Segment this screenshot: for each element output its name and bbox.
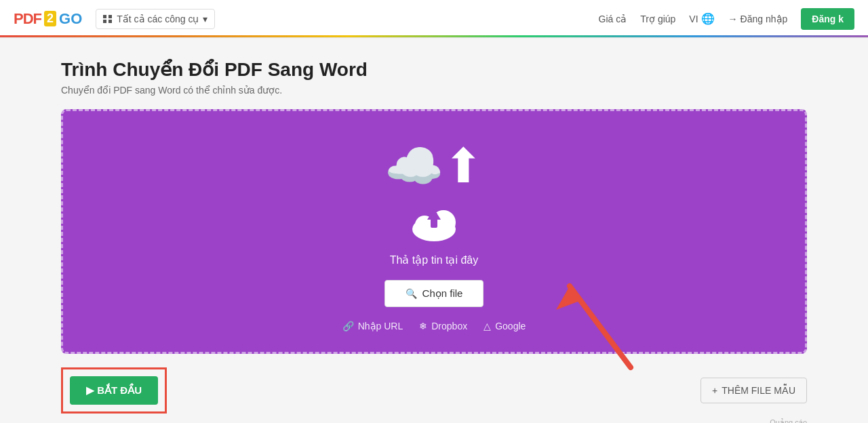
- grid-icon: [103, 15, 113, 23]
- action-bar: ▶ BẮT ĐẦU + THÊM FILE MẪU Quảng cáo: [61, 367, 807, 414]
- url-option[interactable]: 🔗 Nhập URL: [342, 321, 403, 331]
- google-label: Google: [495, 321, 526, 331]
- language-selector[interactable]: VI 🌐: [689, 12, 714, 25]
- header-right: Giá cả Trợ giúp VI 🌐 → Đăng nhập Đăng k: [599, 8, 854, 30]
- google-drive-icon: △: [484, 321, 491, 331]
- register-button[interactable]: Đăng k: [801, 8, 854, 30]
- upload-cloud-icon: ☁️⬆: [77, 138, 791, 194]
- header-left: PDF 2 GO Tất cả các công cụ ▾: [14, 9, 215, 29]
- cloud-upload-svg: [407, 201, 461, 245]
- logo-2: 2: [44, 11, 56, 26]
- logo-go: GO: [59, 10, 82, 28]
- page-title: Trình Chuyển Đổi PDF Sang Word: [61, 58, 807, 81]
- link-icon: 🔗: [342, 321, 354, 331]
- upload-options: 🔗 Nhập URL ❄ Dropbox △ Google: [77, 321, 791, 331]
- choose-file-button[interactable]: 🔍 Chọn file: [384, 280, 484, 307]
- upload-area[interactable]: ☁️⬆ Thả tập tin tại đây 🔍 Chọn file 🔗 Nh…: [61, 109, 807, 354]
- upload-drop-text: Thả tập tin tại đây: [77, 254, 791, 266]
- google-drive-option[interactable]: △ Google: [484, 321, 526, 331]
- header: PDF 2 GO Tất cả các công cụ ▾ Giá cả Trợ…: [0, 0, 868, 38]
- tools-menu[interactable]: Tất cả các công cụ ▾: [96, 9, 215, 29]
- logo-pdf: PDF: [14, 10, 41, 28]
- login-label: Đăng nhập: [741, 14, 788, 24]
- start-button[interactable]: ▶ BẮT ĐẦU: [70, 376, 158, 405]
- start-button-container: ▶ BẮT ĐẦU: [61, 367, 167, 414]
- page-subtitle: Chuyển đổi PDF sang Word có thể chỉnh sử…: [61, 85, 807, 96]
- dropbox-option[interactable]: ❄ Dropbox: [419, 321, 467, 331]
- plus-icon: +: [712, 385, 717, 396]
- add-sample-button[interactable]: + THÊM FILE MẪU: [701, 378, 807, 403]
- chevron-down-icon: ▾: [203, 14, 208, 24]
- url-label: Nhập URL: [358, 321, 403, 331]
- help-link[interactable]: Trợ giúp: [640, 14, 675, 24]
- ads-label: Quảng cáo: [770, 418, 807, 423]
- header-rainbow: [0, 35, 868, 37]
- globe-icon: 🌐: [701, 12, 715, 25]
- choose-file-label: Chọn file: [422, 287, 463, 300]
- dropbox-label: Dropbox: [431, 321, 467, 331]
- login-button[interactable]: → Đăng nhập: [728, 14, 788, 24]
- dropbox-icon: ❄: [419, 321, 427, 331]
- price-link[interactable]: Giá cả: [599, 14, 627, 24]
- search-icon: 🔍: [406, 288, 417, 299]
- lang-label: VI: [689, 14, 698, 24]
- logo[interactable]: PDF 2 GO: [14, 10, 82, 28]
- tools-menu-label: Tất cả các công cụ: [117, 14, 199, 24]
- main-content: Trình Chuyển Đổi PDF Sang Word Chuyển đổ…: [34, 38, 834, 423]
- login-arrow-icon: →: [728, 14, 738, 24]
- add-sample-label: THÊM FILE MẪU: [722, 385, 795, 396]
